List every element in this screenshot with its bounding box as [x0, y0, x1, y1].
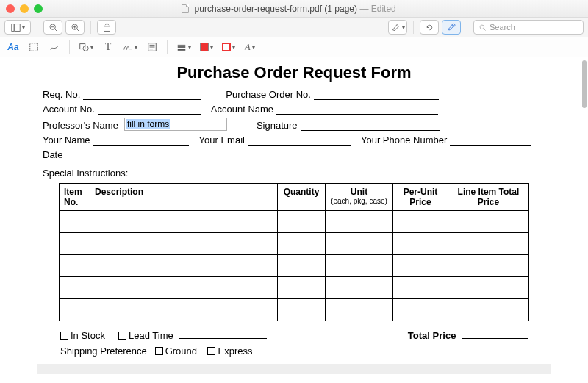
shipping-pref-label: Shipping Preference: [60, 346, 147, 357]
professor-label: Professor's Name: [43, 120, 118, 131]
text-style-tool[interactable]: A▾: [241, 40, 259, 54]
vertical-scrollbar[interactable]: [582, 60, 587, 380]
th-quantity: Quantity: [278, 184, 326, 211]
zoom-in-button[interactable]: [65, 20, 85, 35]
th-line-total: Line Item Total Price: [448, 184, 529, 211]
ground-checkbox[interactable]: [155, 347, 163, 355]
po-no-field[interactable]: [314, 88, 439, 100]
th-per-unit: Per-Unit Price: [393, 184, 448, 211]
account-name-label: Account Name: [211, 104, 273, 115]
border-color-tool[interactable]: ▾: [197, 40, 216, 54]
your-name-field[interactable]: [93, 134, 189, 146]
rect-select-tool[interactable]: [25, 40, 43, 54]
ground-label: Ground: [165, 346, 197, 357]
table-row[interactable]: [60, 277, 529, 299]
req-no-label: Req. No.: [43, 89, 80, 100]
signature-field[interactable]: [301, 119, 440, 131]
document-viewport[interactable]: Purchase Order Request Form Req. No. Pur…: [0, 57, 588, 383]
lead-time-checkbox[interactable]: [118, 332, 126, 340]
table-row[interactable]: [60, 233, 529, 255]
scrollbar-thumb[interactable]: [582, 60, 587, 108]
svg-rect-0: [11, 24, 13, 31]
rotate-button[interactable]: [420, 20, 439, 35]
pdf-page: Purchase Order Request Form Req. No. Pur…: [0, 57, 588, 374]
highlight-button[interactable]: ▾: [388, 20, 407, 35]
zoom-window-button[interactable]: [34, 4, 43, 13]
total-price-field[interactable]: [462, 327, 528, 339]
sign-tool[interactable]: ▾: [120, 40, 140, 54]
your-phone-label: Your Phone Number: [361, 135, 447, 146]
window-titlebar: purchase-order-request-form.pdf (1 page)…: [0, 0, 588, 18]
fill-color-tool[interactable]: ▾: [219, 40, 238, 54]
express-checkbox[interactable]: [207, 347, 215, 355]
professor-text-annotation[interactable]: fill in forms: [124, 118, 227, 131]
traffic-lights: [6, 4, 43, 13]
svg-point-12: [480, 25, 484, 29]
table-row[interactable]: [60, 299, 529, 321]
date-label: Date: [43, 149, 62, 160]
window-title: purchase-order-request-form.pdf (1 page)…: [48, 4, 530, 14]
shapes-tool[interactable]: ▾: [76, 40, 96, 54]
total-price-label: Total Price: [408, 330, 456, 341]
window-filename: purchase-order-request-form.pdf (1 page): [195, 4, 357, 14]
your-phone-field[interactable]: [450, 134, 531, 146]
th-item-no: Item No.: [60, 184, 90, 211]
account-no-label: Account No.: [43, 104, 95, 115]
table-row[interactable]: [60, 255, 529, 277]
search-icon: [478, 24, 487, 32]
svg-rect-1: [14, 24, 19, 31]
th-unit: Unit(each, pkg, case): [326, 184, 393, 211]
th-description: Description: [90, 184, 278, 211]
note-tool[interactable]: [143, 40, 161, 54]
page-footer-shadow: [37, 364, 551, 374]
primary-toolbar: ▾ ▾ Search: [0, 18, 588, 37]
po-no-label: Purchase Order No.: [226, 89, 311, 100]
text-tool[interactable]: T: [99, 40, 117, 54]
edited-indicator: Edited: [371, 4, 396, 14]
your-email-field[interactable]: [248, 134, 351, 146]
express-label: Express: [218, 346, 252, 357]
sketch-tool[interactable]: [46, 40, 63, 54]
req-no-field[interactable]: [83, 88, 201, 100]
in-stock-label: In Stock: [71, 330, 105, 341]
account-no-field[interactable]: [98, 103, 201, 115]
text-select-tool[interactable]: Aa: [4, 40, 22, 54]
close-window-button[interactable]: [6, 4, 15, 13]
your-name-label: Your Name: [43, 135, 90, 146]
document-icon: [182, 4, 189, 13]
form-title: Purchase Order Request Form: [22, 63, 566, 82]
special-instructions-label: Special Instructions:: [43, 168, 545, 179]
professor-value: fill in forms: [126, 119, 170, 129]
markup-toolbar: Aa ▾ T ▾ ▾ ▾ ▾ A▾: [0, 37, 588, 57]
svg-rect-14: [30, 43, 38, 51]
your-email-label: Your Email: [199, 135, 245, 146]
svg-point-16: [83, 46, 88, 51]
line-weight-tool[interactable]: ▾: [173, 40, 194, 54]
share-button[interactable]: [97, 20, 116, 35]
svg-line-3: [54, 29, 57, 31]
date-field[interactable]: [65, 148, 154, 160]
lead-time-label: Lead Time: [129, 330, 173, 341]
svg-line-13: [484, 28, 486, 30]
lead-time-field[interactable]: [179, 327, 267, 339]
svg-line-6: [76, 29, 79, 31]
table-row[interactable]: [60, 211, 529, 233]
view-mode-button[interactable]: ▾: [4, 20, 31, 35]
order-table: Item No. Description Quantity Unit(each,…: [59, 183, 529, 321]
signature-label: Signature: [257, 120, 298, 131]
account-name-field[interactable]: [276, 103, 438, 115]
minimize-window-button[interactable]: [20, 4, 29, 13]
zoom-out-button[interactable]: [43, 20, 62, 35]
in-stock-checkbox[interactable]: [60, 332, 68, 340]
search-input[interactable]: Search: [473, 20, 584, 35]
search-placeholder: Search: [490, 23, 515, 32]
markup-button[interactable]: [442, 20, 461, 35]
